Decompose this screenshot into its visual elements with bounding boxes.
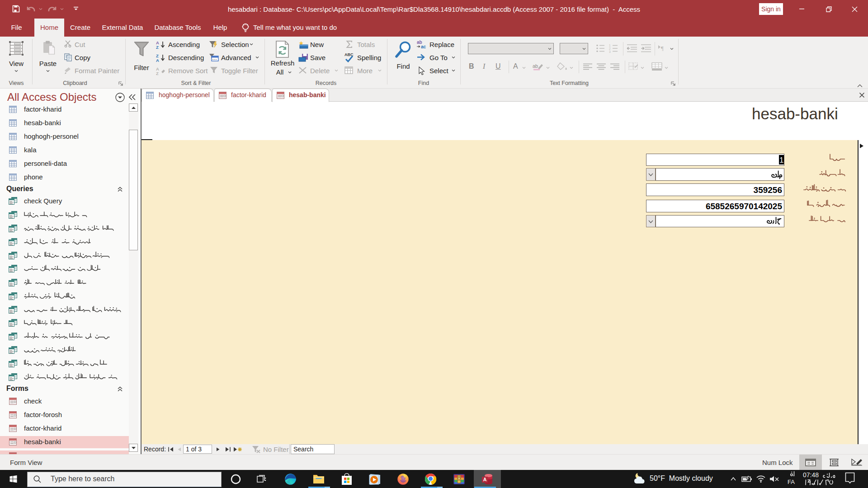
svg-text:¶: ¶: [661, 45, 664, 52]
svg-text:Z: Z: [156, 45, 159, 49]
svg-text:ac: ac: [421, 44, 426, 49]
svg-text:ab: ab: [533, 63, 538, 69]
svg-text:Z: Z: [156, 71, 159, 75]
svg-text:A: A: [156, 58, 159, 62]
svg-text:A: A: [483, 477, 487, 482]
svg-text:3: 3: [609, 50, 611, 53]
svg-text:1: 1: [609, 44, 611, 47]
svg-text:2: 2: [609, 47, 611, 50]
